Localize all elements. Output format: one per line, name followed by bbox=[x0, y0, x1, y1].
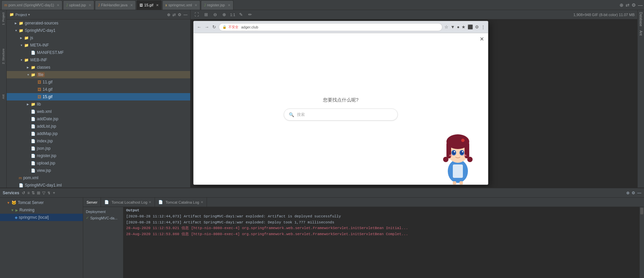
log-output[interactable]: Output [2020-08-28 11:12:44,073] Artifac… bbox=[123, 207, 639, 278]
tree-item-generated[interactable]: ▶ 📁 generated-sources bbox=[7, 19, 190, 27]
tree-item-web-inf[interactable]: ▼ 📁 WEB-INF bbox=[7, 56, 190, 64]
tree-item-register[interactable]: 📄 register.jsp bbox=[7, 152, 190, 159]
right-icon-ant[interactable]: Ant bbox=[638, 28, 643, 38]
right-icon-database[interactable]: Database bbox=[638, 10, 643, 28]
tree-item-web-xml[interactable]: 📄 web.xml bbox=[7, 108, 190, 115]
browser-close-button[interactable]: ✕ bbox=[480, 36, 484, 42]
project-dropdown[interactable]: ▾ bbox=[28, 13, 30, 16]
tree-item-gif14[interactable]: 🖼 14.gif bbox=[7, 86, 190, 93]
tree-item-gif15[interactable]: 🖼 15.gif bbox=[7, 93, 190, 100]
browser-icon3[interactable]: ● bbox=[457, 24, 460, 29]
tree-item-meta-inf[interactable]: ▼ 📁 META-INF bbox=[7, 42, 190, 49]
bottom-icon-expand[interactable]: ⊕ bbox=[626, 191, 630, 195]
services-item-springmvc[interactable]: ◆ springmvc [local] bbox=[0, 214, 83, 221]
bottom-icon-settings[interactable]: ⚙ bbox=[632, 191, 635, 195]
tree-item-file-folder[interactable]: ▼ 📁 file bbox=[7, 71, 190, 78]
tab-close-filehandler[interactable]: ✕ bbox=[130, 3, 133, 7]
browser-icon6[interactable]: ⚙ bbox=[475, 24, 479, 29]
expand-arrow-tomcat[interactable]: ▼ bbox=[7, 201, 10, 205]
services-icon-1[interactable]: ↺ bbox=[22, 191, 25, 195]
folder-icon-classes: 📁 bbox=[31, 65, 36, 70]
toolbar-icon-4[interactable]: — bbox=[638, 2, 643, 8]
browser-url-bar[interactable]: 🔒 不安全 adger.club bbox=[219, 23, 442, 31]
tree-icon-layout[interactable]: ⇄ bbox=[172, 12, 176, 17]
browser-icon5[interactable]: ⬛ bbox=[468, 24, 473, 29]
expand-arrow-running[interactable]: ▼ bbox=[11, 208, 14, 212]
tab-register[interactable]: J register.jsp ✕ bbox=[201, 0, 233, 10]
tab-close-register[interactable]: ✕ bbox=[228, 3, 230, 7]
tree-item-manifest[interactable]: 📄 MANIFEST.MF bbox=[7, 49, 190, 56]
bottom-icon-minimize[interactable]: — bbox=[637, 191, 641, 195]
toolbar-grid[interactable]: ⊞ bbox=[203, 11, 209, 18]
tree-item-iml[interactable]: 📄 SpringMVC-day1.iml bbox=[7, 182, 190, 188]
tree-item-json[interactable]: 📄 json.jsp bbox=[7, 145, 190, 152]
tab-label-springmvc: springmvc.xml bbox=[168, 3, 192, 7]
log-tab-catalina-close[interactable]: ✕ bbox=[201, 200, 203, 204]
services-icon-5[interactable]: ▽ bbox=[42, 191, 45, 195]
left-icon-ant[interactable]: Ant bbox=[1, 93, 6, 100]
file-tree-content[interactable]: ▶ 📁 generated-sources ▼ 📁 SpringMVC-day1… bbox=[7, 19, 190, 188]
tab-filehandler[interactable]: J FileHandler.java ✕ bbox=[95, 0, 136, 10]
tree-item-classes[interactable]: ▶ 📁 classes bbox=[7, 64, 190, 71]
tree-item-view[interactable]: 📄 view.jsp bbox=[7, 167, 190, 174]
tab-gif15[interactable]: 🖼 15.gif ✕ bbox=[137, 0, 162, 10]
tab-close-upload[interactable]: ✕ bbox=[89, 3, 91, 7]
browser-bookmark[interactable]: ☆ bbox=[444, 24, 448, 29]
toolbar-zoom-out[interactable]: ⊖ bbox=[212, 11, 218, 18]
left-icon-project[interactable]: 1: Project bbox=[1, 11, 6, 26]
tree-item-pom[interactable]: m pom.xml bbox=[7, 174, 190, 182]
tree-item-addmap[interactable]: 📄 addMap.jsp bbox=[7, 130, 190, 137]
services-icon-2[interactable]: ≡ bbox=[27, 191, 30, 195]
services-item-running[interactable]: ▼ ▶ Running bbox=[0, 206, 83, 214]
toolbar-edit[interactable]: ✎ bbox=[238, 11, 244, 18]
toolbar-eyedrop[interactable]: ✏ bbox=[247, 11, 253, 18]
tree-icon-minimize[interactable]: — bbox=[183, 12, 187, 17]
tree-item-js[interactable]: ▶ 📁 js bbox=[7, 34, 190, 42]
log-tab-server[interactable]: Server bbox=[83, 198, 101, 207]
browser-forward[interactable]: → bbox=[204, 24, 210, 30]
toolbar-icon-1[interactable]: ⊕ bbox=[620, 2, 624, 8]
tree-item-springmvc-day1[interactable]: ▼ 📁 SpringMVC-day1 bbox=[7, 27, 190, 34]
tree-item-upload[interactable]: 📄 upload.jsp bbox=[7, 159, 190, 167]
tree-label-springmvc-day1: SpringMVC-day1 bbox=[25, 28, 55, 33]
tree-item-gif11[interactable]: 🖼 11.gif bbox=[7, 78, 190, 86]
tab-close-gif15[interactable]: ✕ bbox=[156, 3, 159, 7]
tree-item-index[interactable]: 📄 index.jsp bbox=[7, 137, 190, 145]
browser-reload[interactable]: ↻ bbox=[212, 24, 217, 30]
log-tab-catalina[interactable]: 📄 Tomcat Catalina Log ✕ bbox=[155, 198, 207, 207]
tab-close-pom[interactable]: ✕ bbox=[57, 3, 59, 7]
services-icon-6[interactable]: ↯ bbox=[47, 191, 51, 195]
services-item-tomcat[interactable]: ▼ 🐱 Tomcat Server bbox=[0, 199, 83, 206]
tab-toolbar: ⊕ ⇄ ⚙ — bbox=[620, 2, 643, 8]
tree-icon-settings[interactable]: ⚙ bbox=[178, 12, 181, 17]
tree-icon-sync[interactable]: ⊕ bbox=[167, 12, 170, 17]
tree-item-lib[interactable]: ▶ 📁 lib bbox=[7, 100, 190, 108]
tab-pom[interactable]: m pom.xml (SpringMVC-day1) ✕ bbox=[1, 0, 62, 10]
browser-menu[interactable]: ⋮ bbox=[481, 24, 485, 29]
log-tab-localhost[interactable]: 📄 Tomcat Localhost Log ✕ bbox=[101, 198, 155, 207]
tab-upload[interactable]: J upload.jsp ✕ bbox=[63, 0, 94, 10]
search-box[interactable]: 🔍 搜索 bbox=[284, 109, 398, 121]
services-icon-3[interactable]: ⇅ bbox=[32, 191, 35, 195]
tree-item-addlist[interactable]: 📄 addList.jsp bbox=[7, 123, 190, 130]
tree-label-json: json.jsp bbox=[37, 146, 51, 151]
toolbar-zoom-in[interactable]: ⊕ bbox=[221, 11, 227, 18]
left-icon-structure[interactable]: 2: Structure bbox=[1, 48, 6, 65]
services-icon-7[interactable]: + bbox=[53, 191, 55, 195]
toolbar-fullscreen[interactable]: ⛶ bbox=[193, 11, 200, 18]
services-icon-4[interactable]: ⊞ bbox=[37, 191, 40, 195]
toolbar-icon-2[interactable]: ⇄ bbox=[626, 2, 630, 8]
tab-springmvc[interactable]: x springmvc.xml ✕ bbox=[162, 0, 200, 10]
browser-icon2[interactable]: ▼ bbox=[450, 24, 455, 29]
browser-icon4[interactable]: ★ bbox=[462, 24, 466, 29]
log-tab-localhost-close[interactable]: ✕ bbox=[149, 200, 151, 204]
bottom-right-icons: ⊕ ⚙ — bbox=[626, 191, 641, 195]
tree-item-adddate[interactable]: 📄 addDate.jsp bbox=[7, 115, 190, 123]
tab-close-springmvc[interactable]: ✕ bbox=[195, 3, 197, 7]
log-scrollbar[interactable] bbox=[639, 207, 644, 278]
svg-point-12 bbox=[454, 151, 455, 152]
editor-toolbar: ⛶ ⊞ ⊖ ⊕ 1:1 ✎ ✏ 1,908×948 GIF (8-bit col… bbox=[191, 10, 637, 19]
browser-back[interactable]: ← bbox=[196, 24, 202, 30]
toolbar-icon-3[interactable]: ⚙ bbox=[632, 2, 636, 8]
tree-label-upload: upload.jsp bbox=[37, 161, 55, 165]
